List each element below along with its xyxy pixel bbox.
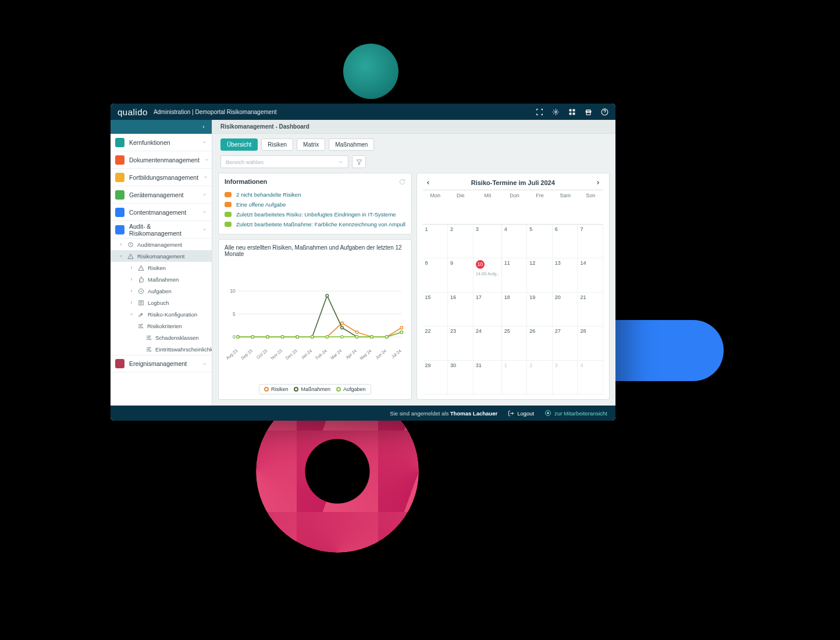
svg-text:10: 10 <box>230 289 236 294</box>
calendar-cell[interactable]: 20 <box>553 293 578 327</box>
gear-icon[interactable] <box>551 108 560 116</box>
sidebar-item-1[interactable]: Dokumentenmanagement <box>111 151 212 169</box>
print-icon[interactable] <box>584 108 592 116</box>
sidebar-sub-3[interactable]: Maßnahmen <box>111 273 212 285</box>
calendar-cell[interactable]: 1 <box>423 225 449 259</box>
calendar-cell[interactable]: 27 <box>553 326 578 361</box>
sidebar-item-0[interactable]: Kernfunktionen <box>111 134 212 151</box>
legend-swatch <box>264 387 269 392</box>
calendar-cell[interactable]: 3 <box>474 225 502 259</box>
refresh-icon[interactable] <box>399 179 405 185</box>
info-row-3[interactable]: Zuletzt bearbeitete Maßnahme: Farbliche … <box>225 219 405 229</box>
sidebar-sub-6[interactable]: Risiko-Konfiguration <box>111 308 212 320</box>
grid-icon[interactable] <box>568 108 576 116</box>
calendar-cell[interactable]: 18 <box>502 293 528 327</box>
tab-maßnahmen[interactable]: Maßnahmen <box>329 138 374 151</box>
filter-button[interactable] <box>352 155 366 168</box>
svg-text:Feb 24: Feb 24 <box>315 348 328 360</box>
calendar-cell[interactable]: 25 <box>502 326 528 361</box>
sliders-icon <box>145 346 152 353</box>
calendar-cell[interactable]: 19 <box>527 293 553 327</box>
calendar-cell[interactable]: 2 <box>527 361 553 395</box>
calendar-cell[interactable]: 9 <box>448 258 474 293</box>
chart-title: Alle neu erstellten Risiken, Maßnahmen u… <box>225 244 405 257</box>
calendar-event-badge: 10 <box>476 260 485 269</box>
svg-point-53 <box>281 336 284 339</box>
svg-text:Aug 23: Aug 23 <box>225 348 239 361</box>
calendar-cell[interactable]: 13 <box>553 258 578 293</box>
calendar-cell[interactable]: 5 <box>527 225 553 259</box>
sidebar-sub-8[interactable]: Schadensklassen <box>111 332 212 343</box>
calendar-cell[interactable]: 23 <box>448 326 474 361</box>
sidebar-sub-7[interactable]: Risikokriterien <box>111 320 212 332</box>
calendar-cell[interactable]: 30 <box>448 361 474 395</box>
topbar: qualido Administration | Demoportal Risi… <box>111 104 615 120</box>
calendar-next-button[interactable] <box>595 180 601 186</box>
sidebar-item-label: Gerätemanagement <box>129 191 183 198</box>
area-select[interactable]: Bereich wählen <box>220 155 348 168</box>
status-dot <box>225 212 232 217</box>
calendar-cell[interactable]: 24 <box>474 326 502 361</box>
tab-matrix[interactable]: Matrix <box>297 138 325 151</box>
calendar-cell[interactable]: 7 <box>578 225 603 259</box>
calendar-cell[interactable]: 26 <box>527 326 553 361</box>
sidebar-sub-2[interactable]: Risiken <box>111 262 212 273</box>
sidebar-item-3[interactable]: Gerätemanagement <box>111 186 212 204</box>
calendar-cell[interactable]: 11 <box>502 258 528 293</box>
sidebar-collapse-button[interactable] <box>111 120 212 134</box>
legend-swatch <box>336 387 341 392</box>
sidebar-sub-0[interactable]: Auditmanagement <box>111 239 212 250</box>
svg-text:May 24: May 24 <box>358 348 372 361</box>
calendar-cell[interactable]: 22 <box>423 326 449 361</box>
switch-view-button[interactable]: zur Mitarbeiteransicht <box>544 410 607 417</box>
sidebar-sub-9[interactable]: Eintrittswahrscheinlichkeit <box>111 343 212 355</box>
logout-button[interactable]: Logout <box>508 410 534 417</box>
sidebar-item-6[interactable]: Ereignismanagement <box>111 355 212 372</box>
calendar-cell[interactable]: 16 <box>448 293 474 327</box>
calendar-cell[interactable]: 31 <box>474 361 502 395</box>
help-icon[interactable] <box>600 108 608 116</box>
calendar-cell[interactable]: 1014:00 Aufg.. <box>474 258 502 293</box>
calendar-prev-button[interactable] <box>425 180 431 186</box>
calendar-cell[interactable]: 4 <box>578 361 603 395</box>
info-row-0[interactable]: 2 nicht behandelte Risiken <box>225 190 405 200</box>
sidebar-item-label: Dokumentenmanagement <box>129 157 200 163</box>
legend-item: Aufgaben <box>336 386 366 392</box>
sidebar-sub-4[interactable]: Aufgaben <box>111 285 212 297</box>
breadcrumb: Risikomanagement - Dashboard <box>212 120 615 134</box>
info-row-text: Zuletzt bearbeitete Maßnahme: Farbliche … <box>236 221 405 227</box>
svg-point-0 <box>554 111 556 112</box>
calendar-cell[interactable]: 4 <box>502 225 528 259</box>
info-row-text: 2 nicht behandelte Risiken <box>236 191 301 198</box>
svg-point-75 <box>547 413 549 414</box>
sidebar-item-5[interactable]: Audit- & Risikomanagement <box>111 221 212 239</box>
scan-icon[interactable] <box>535 108 543 116</box>
sidebar-item-4[interactable]: Contentmanagement <box>111 204 212 221</box>
calendar-cell[interactable]: 3 <box>553 361 578 395</box>
info-row-1[interactable]: Eine offene Aufgabe <box>225 200 405 209</box>
svg-point-37 <box>400 326 403 329</box>
tab-übersicht[interactable]: Übersicht <box>220 138 258 151</box>
svg-text:Jan 24: Jan 24 <box>300 348 313 360</box>
tab-risiken[interactable]: Risiken <box>261 138 293 151</box>
sidebar-item-2[interactable]: Fortbildungsmanagement <box>111 169 212 186</box>
calendar-cell[interactable]: 28 <box>578 326 603 361</box>
sidebar-sub-1[interactable]: Risikomanagement <box>111 250 212 262</box>
svg-point-17 <box>148 349 150 350</box>
chevron-down-icon <box>202 192 207 197</box>
calendar-cell[interactable]: 29 <box>423 361 449 395</box>
svg-point-12 <box>142 327 143 328</box>
calendar-cell[interactable]: 17 <box>474 293 502 327</box>
info-row-2[interactable]: Zuletzt bearbeitetes Risiko: Unbefugtes … <box>225 209 405 219</box>
calendar-cell[interactable]: 8 <box>423 258 449 293</box>
svg-text:Apr 24: Apr 24 <box>345 348 358 360</box>
footer: Sie sind angemeldet als Thomas Lachauer … <box>111 406 615 421</box>
calendar-cell[interactable]: 21 <box>578 293 603 327</box>
calendar-cell[interactable]: 1 <box>502 361 528 395</box>
calendar-cell[interactable]: 2 <box>448 225 474 259</box>
calendar-cell[interactable]: 12 <box>527 258 553 293</box>
sidebar-sub-5[interactable]: Logbuch <box>111 297 212 308</box>
calendar-cell[interactable]: 15 <box>423 293 449 327</box>
calendar-cell[interactable]: 14 <box>578 258 603 293</box>
calendar-cell[interactable]: 6 <box>553 225 578 259</box>
